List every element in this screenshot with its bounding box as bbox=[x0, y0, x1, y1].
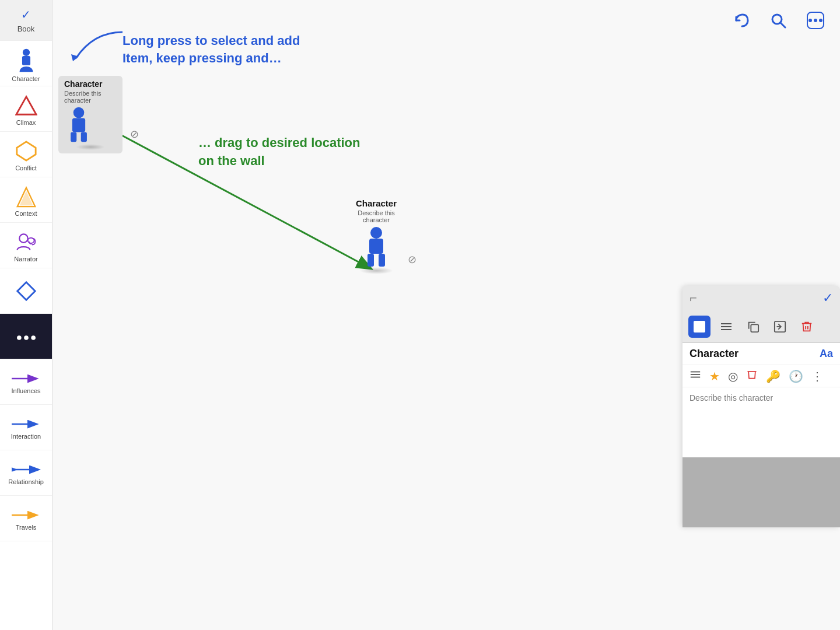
svg-rect-33 bbox=[81, 132, 87, 142]
svg-point-6 bbox=[22, 48, 29, 55]
sidebar-conflict-label: Conflict bbox=[15, 164, 37, 172]
drag-line2: on the wall bbox=[198, 152, 360, 170]
svg-point-3 bbox=[814, 19, 817, 22]
svg-rect-7 bbox=[22, 55, 30, 65]
sidebar-relationship-label: Relationship bbox=[8, 478, 44, 485]
char-center-shadow bbox=[359, 267, 393, 274]
sidebar-item-diamond[interactable] bbox=[0, 268, 52, 314]
rp-corner-icon: ⌐ bbox=[690, 290, 697, 306]
sidebar-item-interaction[interactable]: Interaction bbox=[0, 405, 52, 450]
rp-header: ⌐ ✓ bbox=[682, 286, 840, 310]
svg-point-16 bbox=[24, 335, 29, 340]
svg-point-15 bbox=[17, 335, 22, 340]
instruction-text-line1: Long press to select and add bbox=[123, 32, 300, 50]
sidebar-item-context[interactable]: Context bbox=[0, 177, 52, 223]
sidebar: ✓ Book Character Climax Conflict Context bbox=[0, 0, 52, 630]
svg-point-30 bbox=[74, 107, 85, 118]
travels-icon bbox=[12, 509, 41, 522]
sidebar-item-character[interactable]: Character bbox=[0, 41, 52, 86]
char-center-figure bbox=[359, 226, 394, 270]
rp-action-clock[interactable]: 🕐 bbox=[789, 369, 803, 383]
svg-rect-37 bbox=[379, 254, 385, 267]
char-node-center[interactable]: Character Describe this character ⊘ bbox=[356, 198, 397, 274]
climax-icon bbox=[15, 94, 37, 117]
char-node-left[interactable]: Character Describe this character ⊘ bbox=[58, 76, 123, 153]
rp-font-button[interactable]: Aa bbox=[820, 348, 833, 360]
search-button[interactable] bbox=[765, 8, 791, 33]
sidebar-chevron: ✓ bbox=[21, 8, 31, 22]
svg-rect-36 bbox=[368, 254, 374, 267]
char-left-figure bbox=[64, 106, 93, 144]
char-left-desc: Describe this character bbox=[64, 90, 117, 104]
rp-copy-button[interactable] bbox=[742, 316, 764, 338]
rp-desc-text: Describe this character bbox=[690, 393, 773, 402]
sidebar-item-relationship[interactable]: Relationship bbox=[0, 450, 52, 496]
no-drag-icon-center: ⊘ bbox=[408, 253, 416, 266]
svg-marker-9 bbox=[16, 141, 35, 160]
sidebar-interaction-label: Interaction bbox=[11, 433, 41, 440]
sidebar-book[interactable]: ✓ Book bbox=[0, 0, 52, 41]
rp-action-menu[interactable] bbox=[690, 369, 701, 383]
rp-export-button[interactable] bbox=[769, 316, 791, 338]
sidebar-character-label: Character bbox=[12, 75, 40, 82]
drag-instruction: … drag to desired location on the wall bbox=[198, 134, 360, 170]
rp-action-trash[interactable] bbox=[746, 369, 758, 383]
rp-action-more[interactable]: ⋮ bbox=[811, 369, 823, 383]
rp-description[interactable]: Describe this character bbox=[682, 387, 840, 457]
instruction-box: Long press to select and add Item, keep … bbox=[123, 32, 300, 66]
rp-toolbar bbox=[682, 310, 840, 343]
rp-title: Character bbox=[690, 348, 738, 360]
sidebar-book-label: Book bbox=[18, 24, 35, 33]
undo-button[interactable] bbox=[728, 8, 754, 33]
sidebar-item-conflict[interactable]: Conflict bbox=[0, 132, 52, 177]
relationship-icon bbox=[12, 463, 41, 476]
rp-lines-button[interactable] bbox=[715, 316, 737, 338]
char-left-shadow bbox=[76, 144, 105, 150]
sidebar-item-travels[interactable]: Travels bbox=[0, 496, 52, 541]
sidebar-item-active[interactable] bbox=[0, 314, 52, 359]
rp-title-row: Character Aa bbox=[682, 343, 840, 365]
rp-bottom-area bbox=[682, 457, 840, 527]
sidebar-narrator-label: Narrator bbox=[14, 256, 37, 262]
rp-action-key[interactable]: 🔑 bbox=[766, 369, 780, 383]
character-icon bbox=[16, 47, 37, 73]
rp-action-star[interactable]: ★ bbox=[709, 369, 720, 383]
svg-rect-32 bbox=[71, 132, 76, 142]
svg-point-17 bbox=[31, 335, 36, 340]
sidebar-influences-label: Influences bbox=[11, 387, 40, 394]
narrator-icon bbox=[15, 231, 37, 253]
svg-point-12 bbox=[19, 234, 27, 242]
rp-actions: ★ ◎ 🔑 🕐 ⋮ bbox=[682, 365, 840, 387]
sidebar-item-climax[interactable]: Climax bbox=[0, 86, 52, 132]
right-panel: ⌐ ✓ bbox=[682, 286, 840, 527]
sidebar-context-label: Context bbox=[15, 210, 37, 217]
svg-rect-42 bbox=[751, 324, 758, 332]
diamond-icon bbox=[15, 280, 37, 302]
instruction-text-line2: Item, keep pressing and… bbox=[123, 50, 300, 67]
char-left-title: Character bbox=[64, 79, 117, 89]
svg-rect-35 bbox=[369, 239, 383, 254]
more-button[interactable] bbox=[803, 8, 828, 33]
conflict-icon bbox=[15, 140, 37, 162]
context-icon bbox=[15, 186, 37, 208]
char-center-desc: Describe this character bbox=[358, 209, 395, 223]
svg-marker-8 bbox=[16, 96, 36, 114]
svg-rect-31 bbox=[72, 118, 85, 132]
svg-point-34 bbox=[370, 227, 382, 239]
svg-point-4 bbox=[819, 19, 822, 22]
rp-color-button[interactable] bbox=[688, 316, 710, 338]
rp-action-circle[interactable]: ◎ bbox=[728, 369, 738, 383]
sidebar-item-narrator[interactable]: Narrator bbox=[0, 223, 52, 268]
char-center-title: Character bbox=[356, 198, 397, 208]
sidebar-travels-label: Travels bbox=[16, 524, 37, 531]
interaction-icon bbox=[12, 418, 41, 430]
topbar bbox=[723, 0, 840, 41]
no-drag-icon-left: ⊘ bbox=[130, 128, 139, 141]
rp-trash-button[interactable] bbox=[796, 316, 818, 338]
drag-line1: … drag to desired location bbox=[198, 134, 360, 152]
rp-chevron-icon[interactable]: ✓ bbox=[822, 290, 833, 306]
sidebar-item-influences[interactable]: Influences bbox=[0, 359, 52, 405]
svg-line-1 bbox=[780, 23, 785, 27]
svg-marker-14 bbox=[17, 282, 34, 299]
sidebar-climax-label: Climax bbox=[16, 119, 36, 126]
